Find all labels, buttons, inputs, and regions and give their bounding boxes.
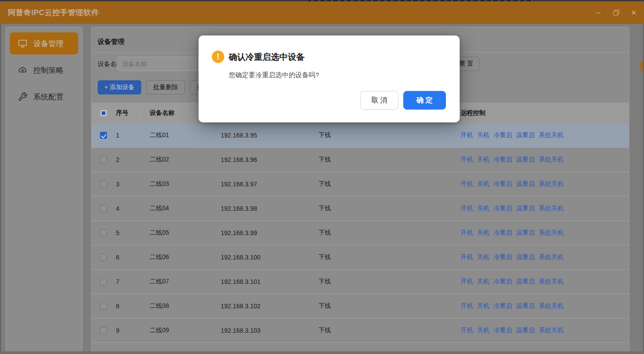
remote-action-link[interactable]: 开机 — [461, 253, 473, 261]
window-scrollbar-thumb[interactable] — [640, 61, 643, 71]
sidebar-item-control-policy[interactable]: 控制策略 — [10, 59, 78, 81]
table-row[interactable]: 5 二线05 192.168.3.99 下线 开机关机冷重启温重启系统关机 — [91, 221, 629, 245]
remote-action-link[interactable]: 开机 — [461, 326, 473, 334]
remote-action-link[interactable]: 冷重启 — [493, 131, 512, 139]
window-scrollbar-track[interactable] — [640, 25, 643, 352]
remote-action-link[interactable]: 温重启 — [516, 326, 535, 334]
select-all-checkbox[interactable] — [100, 110, 107, 117]
cell-status: 下线 — [318, 156, 461, 164]
table-row[interactable]: 6 二线06 192.168.3.100 下线 开机关机冷重启温重启系统关机 — [91, 245, 629, 270]
cell-name: 二线06 — [150, 253, 221, 261]
maximize-restore-button[interactable] — [612, 9, 620, 17]
remote-action-link[interactable]: 冷重启 — [493, 205, 512, 212]
sidebar: 设备管理 控制策略 系统配置 — [5, 27, 83, 352]
remote-action-link[interactable]: 冷重启 — [493, 229, 512, 237]
cell-name: 二线08 — [150, 302, 221, 310]
row-checkbox[interactable] — [100, 303, 107, 310]
remote-action-link[interactable]: 关机 — [477, 326, 489, 334]
remote-action-link[interactable]: 关机 — [477, 253, 489, 261]
table-body: 1 二线01 192.168.3.95 下线 开机关机冷重启温重启系统关机 2 … — [91, 123, 629, 351]
table-row[interactable]: 10 二线10 192.168.3.104 下线 开机关机冷重启温重启系统关机 — [91, 343, 629, 351]
row-checkbox[interactable] — [100, 181, 107, 188]
remote-action-link[interactable]: 温重启 — [516, 131, 535, 139]
remote-action-link[interactable]: 开机 — [461, 131, 473, 139]
remote-action-link[interactable]: 冷重启 — [493, 326, 512, 334]
table-row[interactable]: 1 二线01 192.168.3.95 下线 开机关机冷重启温重启系统关机 — [91, 123, 629, 148]
remote-action-link[interactable]: 系统关机 — [539, 156, 564, 164]
cell-status: 下线 — [318, 302, 461, 310]
row-checkbox[interactable] — [100, 278, 107, 285]
table-row[interactable]: 7 二线07 192.168.3.101 下线 开机关机冷重启温重启系统关机 — [91, 270, 629, 294]
confirm-button[interactable]: 确 定 — [403, 91, 446, 110]
table-row[interactable]: 9 二线09 192.168.3.103 下线 开机关机冷重启温重启系统关机 — [91, 319, 629, 343]
sidebar-item-system-config[interactable]: 系统配置 — [10, 86, 78, 108]
remote-action-link[interactable]: 开机 — [461, 156, 473, 164]
remote-action-link[interactable]: 关机 — [477, 156, 489, 164]
batch-delete-button[interactable]: 批量删除 — [146, 80, 185, 94]
remote-action-link[interactable]: 系统关机 — [539, 302, 564, 310]
remote-action-link[interactable]: 开机 — [461, 302, 473, 310]
table-row[interactable]: 2 二线02 192.168.3.96 下线 开机关机冷重启温重启系统关机 — [91, 148, 629, 172]
remote-action-link[interactable]: 温重启 — [516, 156, 535, 164]
remote-action-link[interactable]: 系统关机 — [539, 180, 564, 188]
add-device-button[interactable]: + 添加设备 — [98, 80, 141, 94]
remote-action-link[interactable]: 冷重启 — [493, 180, 512, 188]
sidebar-item-label: 系统配置 — [33, 92, 64, 102]
close-button[interactable]: ✕ — [630, 9, 638, 17]
remote-action-link[interactable]: 温重启 — [516, 180, 535, 188]
window-controls: ─ ✕ — [594, 1, 638, 24]
remote-action-link[interactable]: 冷重启 — [493, 253, 512, 261]
sidebar-item-device-management[interactable]: 设备管理 — [10, 32, 78, 55]
remote-action-link[interactable]: 温重启 — [516, 229, 535, 237]
remote-action-link[interactable]: 温重启 — [516, 278, 535, 286]
cell-name: 二线03 — [150, 180, 221, 188]
remote-action-link[interactable]: 系统关机 — [539, 205, 564, 212]
remote-action-link[interactable]: 关机 — [477, 180, 489, 188]
row-checkbox[interactable] — [100, 156, 107, 163]
remote-action-link[interactable]: 开机 — [461, 205, 473, 212]
minimize-button[interactable]: ─ — [594, 9, 602, 17]
remote-action-link[interactable]: 开机 — [461, 278, 473, 286]
cell-name: 二线04 — [150, 205, 221, 212]
remote-action-link[interactable]: 关机 — [477, 229, 489, 237]
cell-remote: 开机关机冷重启温重启系统关机 — [461, 326, 629, 334]
cell-status: 下线 — [318, 229, 461, 237]
remote-action-link[interactable]: 系统关机 — [539, 326, 564, 334]
cell-status: 下线 — [318, 205, 461, 212]
row-checkbox[interactable] — [100, 327, 107, 334]
remote-action-link[interactable]: 关机 — [477, 205, 489, 212]
remote-action-link[interactable]: 关机 — [477, 278, 489, 286]
remote-action-link[interactable]: 关机 — [477, 131, 489, 139]
titlebar: 阿普奇IPC云控手管理软件 ─ ✕ — [0, 1, 644, 24]
row-checkbox[interactable] — [100, 229, 107, 236]
cell-name: 二线02 — [150, 156, 221, 164]
remote-action-link[interactable]: 系统关机 — [539, 278, 564, 286]
remote-action-link[interactable]: 系统关机 — [539, 229, 564, 237]
row-checkbox[interactable] — [100, 205, 107, 212]
cell-status: 下线 — [318, 131, 461, 139]
cell-ip: 192.168.3.103 — [221, 327, 318, 334]
remote-action-link[interactable]: 温重启 — [516, 302, 535, 310]
remote-action-link[interactable]: 开机 — [461, 180, 473, 188]
remote-action-link[interactable]: 温重启 — [516, 205, 535, 212]
remote-action-link[interactable]: 开机 — [461, 229, 473, 237]
remote-action-link[interactable]: 冷重启 — [493, 278, 512, 286]
device-name-input[interactable] — [117, 57, 199, 71]
remote-action-link[interactable]: 关机 — [477, 302, 489, 310]
table-row[interactable]: 3 二线03 192.168.3.97 下线 开机关机冷重启温重启系统关机 — [91, 172, 629, 197]
window-bottom-edge — [0, 351, 644, 354]
row-checkbox[interactable] — [100, 254, 107, 261]
remote-action-link[interactable]: 冷重启 — [493, 302, 512, 310]
remote-action-link[interactable]: 温重启 — [516, 253, 535, 261]
table-row[interactable]: 8 二线08 192.168.3.102 下线 开机关机冷重启温重启系统关机 — [91, 294, 629, 319]
remote-action-link[interactable]: 冷重启 — [493, 156, 512, 164]
restore-icon — [613, 10, 619, 16]
cancel-button[interactable]: 取 消 — [360, 91, 398, 110]
cell-ip: 192.168.3.95 — [221, 132, 318, 139]
row-checkbox[interactable] — [100, 132, 107, 139]
table-row[interactable]: 4 二线04 192.168.3.98 下线 开机关机冷重启温重启系统关机 — [91, 197, 629, 221]
remote-action-link[interactable]: 系统关机 — [539, 131, 564, 139]
cell-ip: 192.168.3.99 — [221, 229, 318, 236]
dialog-title: 确认冷重启选中设备 — [229, 51, 305, 63]
remote-action-link[interactable]: 系统关机 — [539, 253, 564, 261]
